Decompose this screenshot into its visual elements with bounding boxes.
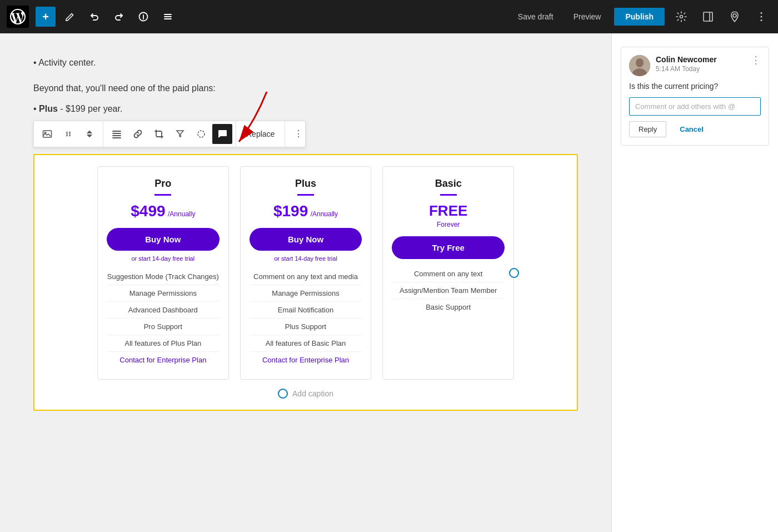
replace-button[interactable]: Replace <box>240 121 281 147</box>
reply-button[interactable]: Reply <box>629 121 666 137</box>
pro-feature-2: Manage Permissions <box>107 285 220 302</box>
settings-icon-button[interactable] <box>671 7 691 27</box>
location-icon-button[interactable] <box>725 7 745 27</box>
svg-point-3 <box>733 14 736 17</box>
comment-avatar <box>629 55 650 76</box>
basic-plan-name: Basic <box>392 178 505 190</box>
toolbar-group-more: ⋮ <box>285 121 312 147</box>
save-draft-button[interactable]: Save draft <box>511 9 560 24</box>
pro-plan-name: Pro <box>107 178 220 190</box>
comment-input[interactable] <box>629 97 761 116</box>
pro-feature-1: Suggestion Mode (Track Changes) <box>107 269 220 285</box>
image-icon-button[interactable] <box>37 124 57 144</box>
block-toolbar: Replace ⋮ <box>33 121 306 147</box>
basic-plan-card: Basic FREE Forever Try Free Comment on a… <box>382 166 514 380</box>
pro-buy-button[interactable]: Buy Now <box>107 228 220 251</box>
more-options-button[interactable] <box>751 7 771 27</box>
drag-handle-button[interactable] <box>58 124 78 144</box>
comment-card: Colin Newcomer 5:14 AM Today ⋮ Is this t… <box>621 47 769 146</box>
comment-more-button[interactable]: ⋮ <box>751 55 761 65</box>
caption-area: Add caption <box>46 389 566 399</box>
crop-button[interactable] <box>149 124 169 144</box>
pricing-grid: Pro $499 /Annually Buy Now or start 14-d… <box>97 166 514 380</box>
undo-button[interactable] <box>84 7 104 27</box>
plus-divider <box>297 194 314 196</box>
plus-suffix: - $199 per year. <box>58 104 123 113</box>
caption-dot <box>278 389 288 399</box>
wp-logo[interactable] <box>7 6 29 28</box>
plus-price-value: $199 <box>273 202 308 220</box>
svg-rect-6 <box>761 19 762 21</box>
basic-feature-1: Comment on any text <box>392 266 505 282</box>
plus-feature-3: Email Notification <box>250 302 362 319</box>
basic-price: FREE Forever <box>392 202 505 228</box>
comment-actions: Reply Cancel <box>629 121 761 137</box>
plus-price: $199 /Annually <box>250 202 362 220</box>
plus-features: Comment on any text and media Manage Per… <box>250 269 362 368</box>
info-button[interactable] <box>133 7 153 27</box>
svg-point-1 <box>680 16 683 18</box>
svg-rect-2 <box>704 12 712 21</box>
toolbar-group-align <box>103 121 236 147</box>
comment-meta: Colin Newcomer 5:14 AM Today <box>656 55 751 73</box>
plus-feature-5: All features of Basic Plan <box>250 335 362 352</box>
redo-button[interactable] <box>109 7 129 27</box>
plus-free-trial-link[interactable]: or start 14-day free trial <box>250 255 362 262</box>
bullet-plus: Plus - $199 per year. <box>33 102 578 116</box>
basic-features: Comment on any text Assign/Mention Team … <box>392 266 505 315</box>
svg-point-15 <box>69 135 71 136</box>
basic-divider <box>440 194 457 196</box>
filter-button[interactable] <box>170 124 190 144</box>
editor-panel-button[interactable] <box>698 7 718 27</box>
plus-price-period: /Annually <box>311 210 338 218</box>
editor-content: Activity center. Beyond that, you'll nee… <box>0 33 611 532</box>
pro-plan-card: Pro $499 /Annually Buy Now or start 14-d… <box>97 166 229 380</box>
pro-price-value: $499 <box>131 202 165 220</box>
plus-enterprise-link[interactable]: Contact for Enterprise Plan <box>250 352 362 368</box>
topbar: + Save draft Preview Publish <box>0 0 778 33</box>
comment-active-button[interactable] <box>212 124 232 144</box>
add-block-button[interactable]: + <box>36 7 56 27</box>
svg-point-11 <box>69 131 71 133</box>
toolbar-group-image <box>34 121 103 147</box>
svg-point-16 <box>198 131 205 137</box>
link-button[interactable] <box>128 124 148 144</box>
svg-point-14 <box>66 135 68 136</box>
svg-point-13 <box>69 133 71 135</box>
comment-panel: Colin Newcomer 5:14 AM Today ⋮ Is this t… <box>611 33 778 532</box>
plus-plan-card: Plus $199 /Annually Buy Now or start 14-… <box>240 166 372 380</box>
avatar-image <box>629 55 650 76</box>
more-block-options-button[interactable]: ⋮ <box>288 124 308 144</box>
resize-handle[interactable] <box>509 268 519 278</box>
plus-buy-button[interactable]: Buy Now <box>250 228 362 251</box>
publish-button[interactable]: Publish <box>614 8 665 26</box>
pro-free-trial-link[interactable]: or start 14-day free trial <box>107 255 220 262</box>
selection-button[interactable] <box>191 124 211 144</box>
comment-author: Colin Newcomer <box>656 55 751 64</box>
svg-point-10 <box>66 131 68 133</box>
plus-label: Plus <box>39 104 58 113</box>
list-view-button[interactable] <box>158 7 178 27</box>
pro-feature-4: Pro Support <box>107 319 220 335</box>
edit-icon-button[interactable] <box>60 7 80 27</box>
pro-divider <box>154 194 171 196</box>
pro-price: $499 /Annually <box>107 202 220 220</box>
preview-button[interactable]: Preview <box>567 9 608 24</box>
svg-rect-4 <box>761 12 762 14</box>
move-up-down-button[interactable] <box>79 124 99 144</box>
pro-feature-3: Advanced Dashboard <box>107 302 220 319</box>
cancel-button[interactable]: Cancel <box>671 121 712 137</box>
bullet-activity: Activity center. <box>33 56 578 70</box>
basic-price-period: Forever <box>392 221 505 228</box>
editor-area: Activity center. Beyond that, you'll nee… <box>0 33 778 532</box>
pro-enterprise-link[interactable]: Contact for Enterprise Plan <box>107 352 220 368</box>
comment-header: Colin Newcomer 5:14 AM Today ⋮ <box>629 55 761 76</box>
toolbar-group-replace: Replace <box>236 121 285 147</box>
plus-feature-1: Comment on any text and media <box>250 269 362 285</box>
svg-point-18 <box>636 58 644 67</box>
basic-try-button[interactable]: Try Free <box>392 236 505 259</box>
align-button[interactable] <box>107 124 127 144</box>
caption-text: Add caption <box>292 389 333 398</box>
plus-feature-2: Manage Permissions <box>250 285 362 302</box>
svg-point-12 <box>66 133 68 135</box>
